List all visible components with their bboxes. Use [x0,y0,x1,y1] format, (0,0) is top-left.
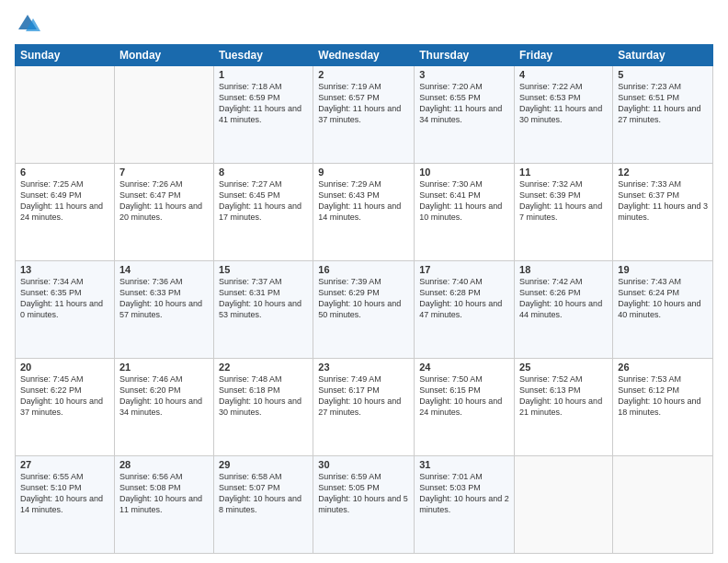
day-number: 8 [219,167,308,178]
cell-details: Sunrise: 7:52 AM Sunset: 6:13 PM Dayligh… [519,373,608,419]
header [15,11,713,37]
cell-details: Sunrise: 7:30 AM Sunset: 6:41 PM Dayligh… [419,178,509,224]
calendar-cell: 24Sunrise: 7:50 AM Sunset: 6:15 PM Dayli… [415,359,515,456]
day-number: 4 [519,69,608,80]
cell-details: Sunrise: 7:22 AM Sunset: 6:53 PM Dayligh… [519,81,608,126]
day-number: 17 [419,264,509,275]
calendar-cell: 26Sunrise: 7:53 AM Sunset: 6:12 PM Dayli… [613,359,713,456]
day-number: 18 [519,264,608,275]
cell-details: Sunrise: 7:32 AM Sunset: 6:39 PM Dayligh… [519,178,608,224]
cell-details: Sunrise: 7:18 AM Sunset: 6:59 PM Dayligh… [219,81,308,126]
calendar-cell: 13Sunrise: 7:34 AM Sunset: 6:35 PM Dayli… [16,261,115,359]
cell-details: Sunrise: 7:23 AM Sunset: 6:51 PM Dayligh… [618,81,708,126]
calendar-cell: 18Sunrise: 7:42 AM Sunset: 6:26 PM Dayli… [515,261,613,359]
calendar-cell: 2Sunrise: 7:19 AM Sunset: 6:57 PM Daylig… [313,66,415,164]
day-number: 30 [318,459,409,470]
day-number: 13 [20,264,109,275]
day-number: 7 [119,167,209,178]
day-number: 28 [119,459,209,470]
calendar-cell: 9Sunrise: 7:29 AM Sunset: 6:43 PM Daylig… [313,164,415,261]
cell-details: Sunrise: 7:33 AM Sunset: 6:37 PM Dayligh… [618,178,708,224]
calendar-cell: 17Sunrise: 7:40 AM Sunset: 6:28 PM Dayli… [415,261,515,359]
day-number: 22 [219,362,308,373]
calendar-cell: 8Sunrise: 7:27 AM Sunset: 6:45 PM Daylig… [214,164,313,261]
calendar-cell [613,456,713,554]
calendar-cell: 12Sunrise: 7:33 AM Sunset: 6:37 PM Dayli… [613,164,713,261]
day-number: 2 [318,69,409,80]
day-number: 1 [219,69,308,80]
day-number: 11 [519,167,608,178]
day-number: 24 [419,362,509,373]
cell-details: Sunrise: 7:53 AM Sunset: 6:12 PM Dayligh… [618,373,708,419]
day-number: 27 [20,459,109,470]
cell-details: Sunrise: 7:45 AM Sunset: 6:22 PM Dayligh… [20,373,109,419]
header-row: SundayMondayTuesdayWednesdayThursdayFrid… [16,45,713,66]
calendar-cell: 10Sunrise: 7:30 AM Sunset: 6:41 PM Dayli… [415,164,515,261]
week-row-3: 13Sunrise: 7:34 AM Sunset: 6:35 PM Dayli… [16,261,713,359]
calendar-cell [515,456,613,554]
week-row-2: 6Sunrise: 7:25 AM Sunset: 6:49 PM Daylig… [16,164,713,261]
day-number: 10 [419,167,509,178]
day-number: 14 [119,264,209,275]
calendar-cell: 21Sunrise: 7:46 AM Sunset: 6:20 PM Dayli… [114,359,213,456]
day-header-tuesday: Tuesday [214,45,313,66]
calendar-cell [114,66,213,164]
cell-details: Sunrise: 7:29 AM Sunset: 6:43 PM Dayligh… [318,178,409,224]
calendar-cell: 27Sunrise: 6:55 AM Sunset: 5:10 PM Dayli… [16,456,115,554]
calendar-cell: 6Sunrise: 7:25 AM Sunset: 6:49 PM Daylig… [16,164,115,261]
day-number: 12 [618,167,708,178]
day-number: 31 [419,459,509,470]
calendar-cell: 15Sunrise: 7:37 AM Sunset: 6:31 PM Dayli… [214,261,313,359]
day-number: 5 [618,69,708,80]
cell-details: Sunrise: 6:59 AM Sunset: 5:05 PM Dayligh… [318,471,409,516]
day-number: 3 [419,69,509,80]
cell-details: Sunrise: 7:40 AM Sunset: 6:28 PM Dayligh… [419,276,509,321]
day-number: 19 [618,264,708,275]
calendar-cell: 5Sunrise: 7:23 AM Sunset: 6:51 PM Daylig… [613,66,713,164]
cell-details: Sunrise: 7:19 AM Sunset: 6:57 PM Dayligh… [318,81,409,126]
cell-details: Sunrise: 7:27 AM Sunset: 6:45 PM Dayligh… [219,178,308,224]
cell-details: Sunrise: 6:56 AM Sunset: 5:08 PM Dayligh… [119,471,209,516]
day-header-monday: Monday [114,45,213,66]
day-number: 21 [119,362,209,373]
day-number: 16 [318,264,409,275]
page: SundayMondayTuesdayWednesdayThursdayFrid… [0,0,728,563]
calendar-cell: 23Sunrise: 7:49 AM Sunset: 6:17 PM Dayli… [313,359,415,456]
day-number: 15 [219,264,308,275]
day-number: 26 [618,362,708,373]
cell-details: Sunrise: 7:43 AM Sunset: 6:24 PM Dayligh… [618,276,708,321]
cell-details: Sunrise: 7:39 AM Sunset: 6:29 PM Dayligh… [318,276,409,321]
day-header-friday: Friday [515,45,613,66]
day-header-sunday: Sunday [16,45,115,66]
cell-details: Sunrise: 7:26 AM Sunset: 6:47 PM Dayligh… [119,178,209,224]
cell-details: Sunrise: 7:20 AM Sunset: 6:55 PM Dayligh… [419,81,509,126]
cell-details: Sunrise: 7:50 AM Sunset: 6:15 PM Dayligh… [419,373,509,419]
calendar-cell: 14Sunrise: 7:36 AM Sunset: 6:33 PM Dayli… [114,261,213,359]
calendar-cell: 3Sunrise: 7:20 AM Sunset: 6:55 PM Daylig… [415,66,515,164]
calendar-cell: 16Sunrise: 7:39 AM Sunset: 6:29 PM Dayli… [313,261,415,359]
cell-details: Sunrise: 7:34 AM Sunset: 6:35 PM Dayligh… [20,276,109,321]
calendar-cell: 4Sunrise: 7:22 AM Sunset: 6:53 PM Daylig… [515,66,613,164]
day-number: 9 [318,167,409,178]
day-header-thursday: Thursday [415,45,515,66]
cell-details: Sunrise: 7:36 AM Sunset: 6:33 PM Dayligh… [119,276,209,321]
calendar-cell: 11Sunrise: 7:32 AM Sunset: 6:39 PM Dayli… [515,164,613,261]
week-row-5: 27Sunrise: 6:55 AM Sunset: 5:10 PM Dayli… [16,456,713,554]
calendar-cell: 31Sunrise: 7:01 AM Sunset: 5:03 PM Dayli… [415,456,515,554]
calendar-cell: 19Sunrise: 7:43 AM Sunset: 6:24 PM Dayli… [613,261,713,359]
day-number: 20 [20,362,109,373]
calendar-cell: 25Sunrise: 7:52 AM Sunset: 6:13 PM Dayli… [515,359,613,456]
cell-details: Sunrise: 7:42 AM Sunset: 6:26 PM Dayligh… [519,276,608,321]
week-row-4: 20Sunrise: 7:45 AM Sunset: 6:22 PM Dayli… [16,359,713,456]
day-header-saturday: Saturday [613,45,713,66]
cell-details: Sunrise: 6:58 AM Sunset: 5:07 PM Dayligh… [219,471,308,516]
day-number: 23 [318,362,409,373]
calendar-cell: 30Sunrise: 6:59 AM Sunset: 5:05 PM Dayli… [313,456,415,554]
week-row-1: 1Sunrise: 7:18 AM Sunset: 6:59 PM Daylig… [16,66,713,164]
cell-details: Sunrise: 7:48 AM Sunset: 6:18 PM Dayligh… [219,373,308,419]
day-header-wednesday: Wednesday [313,45,415,66]
calendar-cell: 28Sunrise: 6:56 AM Sunset: 5:08 PM Dayli… [114,456,213,554]
calendar-table: SundayMondayTuesdayWednesdayThursdayFrid… [15,44,713,554]
calendar-cell: 7Sunrise: 7:26 AM Sunset: 6:47 PM Daylig… [114,164,213,261]
calendar-cell: 29Sunrise: 6:58 AM Sunset: 5:07 PM Dayli… [214,456,313,554]
